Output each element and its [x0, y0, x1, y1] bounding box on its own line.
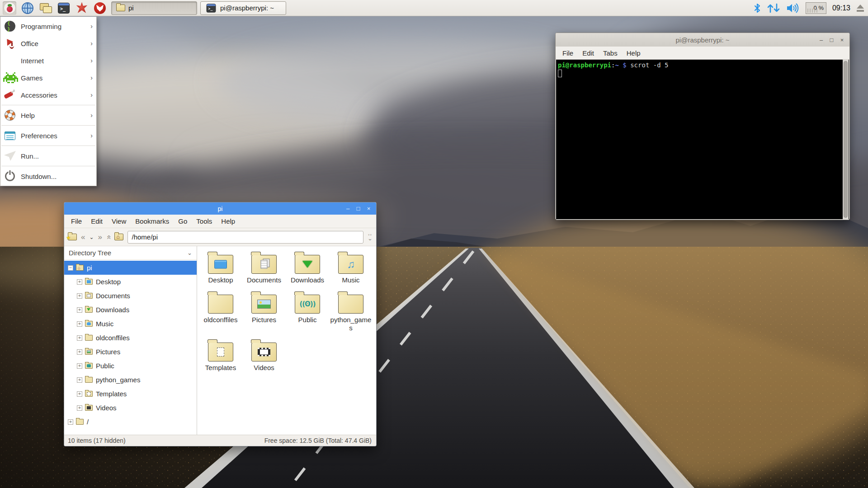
folder-item-Videos[interactable]: Videos [242, 338, 286, 372]
term-menu-tabs[interactable]: Tabs [599, 47, 622, 59]
term-menu-file[interactable]: File [558, 47, 577, 59]
menu-item-office[interactable]: Office› [0, 35, 96, 52]
menu-launcher[interactable] [3, 1, 16, 15]
sidebar-mode-selector[interactable]: Directory Tree ⌄ [64, 246, 197, 260]
menu-item-programming[interactable]: Programming› [0, 18, 96, 35]
tree-expander-icon[interactable]: + [77, 307, 82, 313]
folder-item-python_games[interactable]: python_games [329, 291, 373, 332]
folder-icon [85, 279, 93, 285]
folder-item-Pictures[interactable]: Pictures [242, 291, 286, 332]
clock[interactable]: 09:13 [832, 4, 850, 12]
mathematica-launcher[interactable] [75, 1, 89, 15]
fm-menu-bookmarks[interactable]: Bookmarks [131, 216, 173, 227]
folder-item-Desktop[interactable]: Desktop [199, 251, 242, 284]
cpu-monitor[interactable]: 0 % [806, 2, 826, 14]
menu-item-games[interactable]: Games› [0, 69, 96, 86]
new-tab-button[interactable]: ★ [68, 234, 77, 240]
browser-launcher[interactable] [21, 1, 34, 15]
submenu-arrow-icon: › [90, 132, 93, 139]
taskbar-button-term[interactable]: pi@raspberrypi: ~ [200, 1, 286, 15]
tree-row-Templates[interactable]: +Templates [64, 387, 197, 401]
folder-icon [85, 307, 93, 313]
fm-close-button[interactable]: × [365, 205, 373, 212]
tree-row-Music[interactable]: +Music [64, 317, 197, 331]
tree-expander-icon[interactable]: + [68, 419, 73, 425]
tree-expander-icon[interactable]: + [77, 363, 82, 369]
folder-item-Downloads[interactable]: Downloads [286, 251, 329, 284]
tree-row-pi[interactable]: −⌂pi [64, 261, 197, 275]
folder-icon [85, 363, 93, 369]
eject-icon[interactable] [856, 5, 864, 12]
menu-item-help[interactable]: Help› [0, 107, 96, 124]
menu-item-run[interactable]: Run... [0, 147, 96, 164]
menu-item-preferences[interactable]: Preferences› [0, 127, 96, 144]
term-maximize-button[interactable]: □ [828, 36, 835, 44]
folder-view[interactable]: DesktopDocumentsDownloads♫Musicoldconffi… [197, 246, 376, 435]
folder-item-Music[interactable]: ♫Music [329, 251, 373, 284]
fm-menu-view[interactable]: View [108, 216, 130, 227]
tree-expander-icon[interactable]: + [77, 293, 82, 299]
tree-row-python_games[interactable]: +python_games [64, 373, 197, 387]
folder-item-Public[interactable]: ((ʘ))Public [286, 291, 329, 332]
tree-row-Documents[interactable]: +Documents [64, 289, 197, 303]
fm-menu-edit[interactable]: Edit [87, 216, 107, 227]
fm-menu-tools[interactable]: Tools [192, 216, 216, 227]
fm-menu-file[interactable]: File [67, 216, 86, 227]
tree-expander-icon[interactable]: + [77, 321, 82, 327]
tree-row-Downloads[interactable]: +Downloads [64, 303, 197, 317]
network-updown-icon[interactable] [767, 3, 780, 14]
folder-item-Templates[interactable]: Templates [199, 338, 242, 372]
tree-row-Pictures[interactable]: +Pictures [64, 345, 197, 359]
tree-expander-icon[interactable]: + [77, 349, 82, 355]
terminal-menubar: FileEditTabsHelp [556, 47, 849, 60]
scrollbar-thumb[interactable] [844, 61, 848, 218]
tree-row-[interactable]: +/ [64, 415, 197, 429]
folder-item-oldconffiles[interactable]: oldconffiles [199, 291, 242, 332]
templates-emblem-icon [217, 347, 224, 357]
fm-minimize-button[interactable]: – [344, 205, 352, 212]
fm-menu-help[interactable]: Help [217, 216, 239, 227]
terminal-cursor [558, 70, 562, 77]
fm-menu-go[interactable]: Go [174, 216, 191, 227]
menu-item-accessories[interactable]: Accessories› [0, 86, 96, 103]
folder-icon [338, 295, 363, 314]
menu-item-label: Games [21, 74, 90, 82]
tree-expander-icon[interactable]: + [77, 335, 82, 341]
menu-item-shutdown[interactable]: Shutdown... [0, 168, 96, 185]
file-manager-titlebar[interactable]: pi –□× [64, 202, 376, 215]
term-minimize-button[interactable]: – [817, 36, 825, 44]
term-close-button[interactable]: × [838, 36, 846, 44]
term-menu-edit[interactable]: Edit [578, 47, 598, 59]
folder-item-Documents[interactable]: Documents [242, 251, 286, 284]
volume-icon[interactable] [786, 3, 800, 14]
bluetooth-icon[interactable] [754, 3, 761, 13]
menu-separator [1, 145, 95, 146]
tree-expander-icon[interactable]: + [77, 377, 82, 383]
terminal-screen[interactable]: pi@raspberrypi:~ $ scrot -d 5 [556, 60, 849, 219]
history-dropdown-button[interactable]: ⌄ [89, 234, 94, 240]
terminal-titlebar[interactable]: pi@raspberrypi: ~ –□× [556, 33, 849, 47]
files-launcher[interactable] [39, 1, 52, 15]
tree-row-oldconffiles[interactable]: +oldconffiles [64, 331, 197, 345]
tree-expander-icon[interactable]: − [68, 265, 73, 271]
folder-icon: ⌂ [76, 265, 84, 271]
tree-row-Videos[interactable]: +Videos [64, 401, 197, 415]
jump-to-icon[interactable]: °° ⌄ [368, 235, 373, 240]
fm-maximize-button[interactable]: □ [354, 205, 362, 212]
wolfram-launcher[interactable] [93, 1, 107, 15]
term-menu-help[interactable]: Help [623, 47, 645, 59]
tree-row-Desktop[interactable]: +Desktop [64, 275, 197, 289]
home-button[interactable]: ⌂ [114, 234, 123, 240]
terminal-scrollbar[interactable] [843, 60, 849, 219]
tree-row-Public[interactable]: +Public [64, 359, 197, 373]
up-button[interactable] [106, 233, 110, 242]
tree-expander-icon[interactable]: + [77, 279, 82, 285]
tree-expander-icon[interactable]: + [77, 405, 82, 411]
menu-item-internet[interactable]: Internet› [0, 52, 96, 69]
taskbar-button-fm[interactable]: pi [111, 1, 197, 15]
path-input[interactable] [127, 231, 363, 244]
terminal-launcher[interactable] [57, 1, 71, 15]
tree-expander-icon[interactable]: + [77, 391, 82, 397]
forward-button[interactable]: » [98, 233, 102, 242]
back-button[interactable]: « [81, 233, 85, 242]
